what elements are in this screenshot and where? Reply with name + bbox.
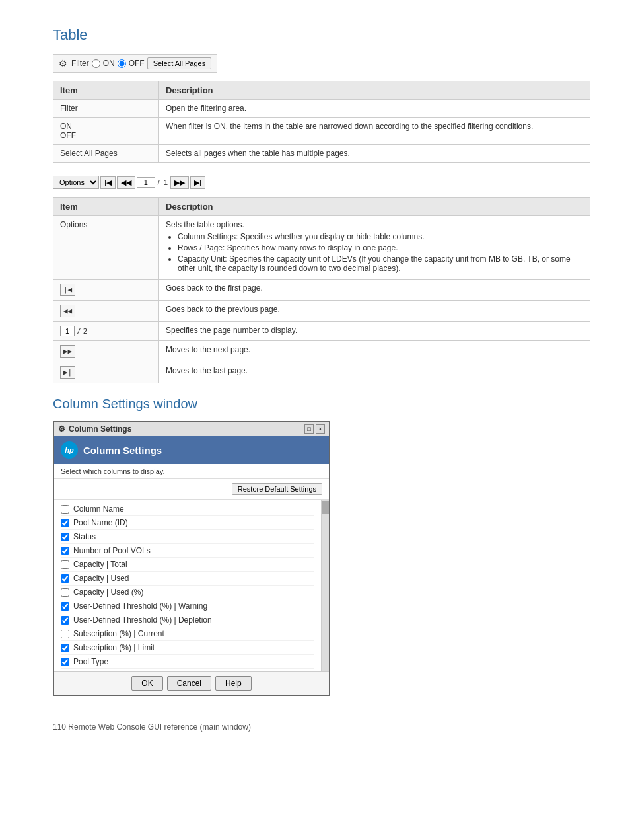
bullet-capacity-unit: Capacity Unit: Specifies the capacity un… xyxy=(178,254,583,273)
col-item-capacity-used-pct: Capacity | Used (%) xyxy=(61,586,314,599)
options-dropdown[interactable]: Options xyxy=(53,176,99,189)
col-checkbox-pool-type[interactable] xyxy=(61,658,69,666)
item-last-page-icon: ▶| xyxy=(53,362,159,383)
col-label-capacity-total: Capacity | Total xyxy=(73,560,127,569)
cancel-button[interactable]: Cancel xyxy=(167,676,211,691)
table-row: ◀◀ Goes back to the previous page. xyxy=(53,301,590,322)
table-row: ▶| Moves to the last page. xyxy=(53,362,590,383)
col-item-pool-name: Pool Name (ID) xyxy=(61,516,314,530)
col-checkbox-sub-current[interactable] xyxy=(61,630,69,638)
window-header: hp Column Settings xyxy=(54,436,329,464)
scrollbar-track[interactable] xyxy=(321,500,329,671)
col-item-capacity-total: Capacity | Total xyxy=(61,558,314,572)
scrollbar-thumb[interactable] xyxy=(322,501,329,514)
col-checkbox-column-name[interactable] xyxy=(61,505,69,514)
window-toolbar: Restore Default Settings xyxy=(54,479,329,500)
filter-label: Filter xyxy=(71,59,89,68)
window-subtitle: Select which columns to display. xyxy=(54,464,329,479)
hp-logo: hp xyxy=(61,441,78,459)
col-checkbox-capacity-used-pct[interactable] xyxy=(61,588,69,597)
col-item-pool-type: Pool Type xyxy=(61,655,314,669)
minimize-button[interactable]: □ xyxy=(304,424,314,434)
col-item-udt-depletion: User-Defined Threshold (%) | Depletion xyxy=(61,613,314,627)
desc-options: Sets the table options. Column Settings:… xyxy=(159,216,590,280)
desc-next-page: Moves to the next page. xyxy=(159,341,590,362)
titlebar-title: Column Settings xyxy=(69,424,131,434)
page-separator: / xyxy=(157,178,161,186)
col-label-tier-mgmt: Tier Management xyxy=(73,671,135,671)
next-page-icon: ▶▶ xyxy=(60,345,75,358)
select-all-pages-button[interactable]: Select All Pages xyxy=(147,57,212,69)
col-checkbox-capacity-total[interactable] xyxy=(61,560,69,569)
filter-on-off-group[interactable]: ON OFF xyxy=(92,59,145,68)
ok-button[interactable]: OK xyxy=(131,676,162,691)
desc-on-off: When filter is ON, the items in the tabl… xyxy=(159,118,590,145)
page-input-display[interactable] xyxy=(60,326,75,336)
table-row: Select All Pages Selects all pages when … xyxy=(53,145,590,163)
col-label-capacity-used-pct: Capacity | Used (%) xyxy=(73,588,143,597)
desc-last-page: Moves to the last page. xyxy=(159,362,590,383)
col-label-capacity-used: Capacity | Used xyxy=(73,574,129,583)
table-row: Filter Open the filtering area. xyxy=(53,100,590,118)
col-checkbox-tier-mgmt[interactable] xyxy=(61,671,69,672)
last-page-icon: ▶| xyxy=(60,366,75,379)
column-settings-window: ⚙ Column Settings □ × hp Column Settings… xyxy=(53,421,330,696)
prev-page-icon: ◀◀ xyxy=(60,305,75,317)
item-on-off: ONOFF xyxy=(53,118,159,145)
item-page-number: / 2 xyxy=(53,322,159,341)
filter-off-label: OFF xyxy=(129,59,145,68)
col-label-status: Status xyxy=(73,532,96,541)
table-row: ▶▶ Moves to the next page. xyxy=(53,341,590,362)
table-row: / 2 Specifies the page number to display… xyxy=(53,322,590,341)
col-label-num-pool-vols: Number of Pool VOLs xyxy=(73,546,151,555)
window-titlebar: ⚙ Column Settings □ × xyxy=(54,422,329,436)
col-checkbox-udt-warning[interactable] xyxy=(61,602,69,611)
filter-on-radio[interactable] xyxy=(92,59,100,68)
col-item-udt-warning: User-Defined Threshold (%) | Warning xyxy=(61,599,314,613)
filter-on-label: ON xyxy=(103,59,115,68)
col-checkbox-sub-limit[interactable] xyxy=(61,644,69,652)
filter-off-radio[interactable] xyxy=(118,59,126,68)
page-footer: 110 Remote Web Console GUI reference (ma… xyxy=(53,722,590,732)
col-checkbox-capacity-used[interactable] xyxy=(61,574,69,583)
page-range-display: / 2 xyxy=(60,326,87,336)
item-select-all: Select All Pages xyxy=(53,145,159,163)
col-checkbox-pool-name[interactable] xyxy=(61,519,69,527)
col-item-num-pool-vols: Number of Pool VOLs xyxy=(61,544,314,558)
table1: Item Description Filter Open the filteri… xyxy=(53,81,590,163)
table1-col1-header: Item xyxy=(53,81,159,100)
close-button[interactable]: × xyxy=(316,424,325,434)
first-page-button[interactable]: |◀ xyxy=(100,176,116,189)
col-label-sub-current: Subscription (%) | Current xyxy=(73,629,164,638)
help-button[interactable]: Help xyxy=(215,676,252,691)
total-display: 2 xyxy=(83,327,88,336)
item-filter: Filter xyxy=(53,100,159,118)
table-section-title: Table xyxy=(53,26,590,44)
prev-page-button[interactable]: ◀◀ xyxy=(117,176,135,189)
col-checkbox-status[interactable] xyxy=(61,533,69,541)
bullet-column-settings: Column Settings: Specifies whether you d… xyxy=(178,232,583,241)
next-page-button[interactable]: ▶▶ xyxy=(170,176,189,189)
item-options: Options xyxy=(53,216,159,280)
col-label-udt-warning: User-Defined Threshold (%) | Warning xyxy=(73,601,207,611)
column-settings-section-title: Column Settings window xyxy=(53,397,590,412)
restore-default-settings-button[interactable]: Restore Default Settings xyxy=(232,483,322,495)
total-pages: 1 xyxy=(162,178,169,186)
table1-col2-header: Description xyxy=(159,81,590,100)
slash-sep: / xyxy=(77,327,81,336)
col-item-capacity-used: Capacity | Used xyxy=(61,572,314,586)
desc-select-all: Selects all pages when the table has mul… xyxy=(159,145,590,163)
col-checkbox-udt-depletion[interactable] xyxy=(61,616,69,625)
last-page-button[interactable]: ▶| xyxy=(190,176,205,189)
first-page-icon: |◀ xyxy=(60,284,75,296)
titlebar-controls[interactable]: □ × xyxy=(304,424,325,434)
col-label-sub-limit: Subscription (%) | Limit xyxy=(73,643,155,652)
options-bullet-list: Column Settings: Specifies whether you d… xyxy=(166,232,583,273)
window-header-title: Column Settings xyxy=(83,445,162,456)
col-item-sub-current: Subscription (%) | Current xyxy=(61,627,314,641)
bullet-rows-page: Rows / Page: Specifies how many rows to … xyxy=(178,243,583,252)
page-number-input[interactable] xyxy=(137,177,155,188)
col-checkbox-num-pool-vols[interactable] xyxy=(61,547,69,555)
table-row: ONOFF When filter is ON, the items in th… xyxy=(53,118,590,145)
desc-page-number: Specifies the page number to display. xyxy=(159,322,590,341)
